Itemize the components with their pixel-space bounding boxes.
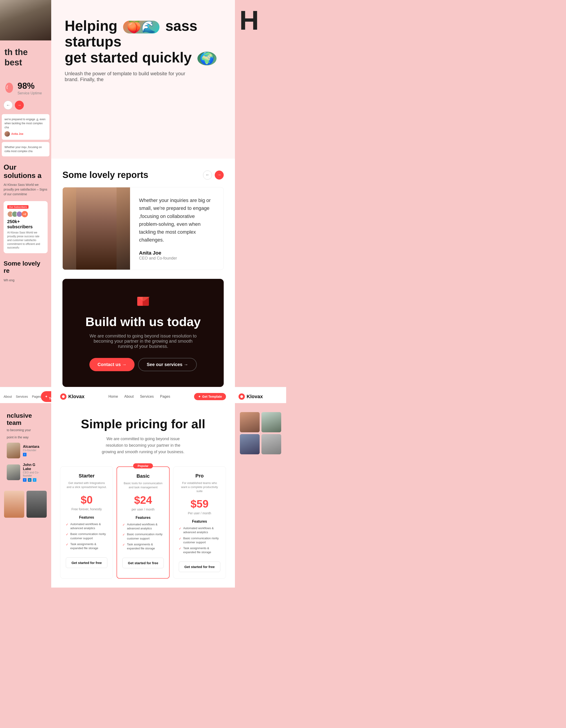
reports-prev-btn[interactable]: ← xyxy=(203,171,212,180)
pricing-card-starter: Starter Get started with Integrations an… xyxy=(60,466,113,579)
basic-feature-1: ✓ Automated workflows & advanced analyti… xyxy=(122,522,164,530)
team-subtext-1: to becoming your xyxy=(7,428,44,432)
team-heading: nclusive team xyxy=(7,412,44,426)
linkedin-icon[interactable]: in xyxy=(28,478,31,482)
team-photo-2 xyxy=(262,412,281,432)
member-info-2: John G Lake CEO and Co-founder f in t xyxy=(23,463,44,482)
check-icon: ✓ xyxy=(66,543,69,546)
avatar-more: +2 xyxy=(22,211,28,217)
reports-center-col: Some lovely reports ← → Whether your inq… xyxy=(51,159,235,387)
cta-buttons: Contact us → See our services → xyxy=(74,358,213,371)
basic-desc: Basic tools for communication and task m… xyxy=(122,481,164,489)
starter-feature-3: ✓ Task assignments & expanded file stora… xyxy=(66,542,107,550)
reports-right-partial: Some lovely re Wh eng xyxy=(4,260,48,283)
team-member-1: Alcantara Co-founder f xyxy=(7,443,44,458)
check-icon: ✓ xyxy=(66,533,69,536)
hero-emoji-pill-1: 🍑🌊 xyxy=(123,21,160,33)
starter-feature-1: ✓ Automated workflows & advanced analyti… xyxy=(66,522,107,530)
testimonial-card-left: we're prepared to engage ,g, even when t… xyxy=(2,114,49,140)
reports-right-col xyxy=(235,159,286,387)
uptime-stat: 98% Service Uptime xyxy=(4,81,48,95)
testimonial-report-card: Whether your inquiries are big or small,… xyxy=(62,187,224,270)
nav-left-links: About Services Pages xyxy=(4,395,41,398)
hero-left-image xyxy=(0,0,51,40)
check-icon: ✓ xyxy=(179,537,182,540)
nav-services-center-link[interactable]: Services xyxy=(140,395,154,399)
starter-cta-btn[interactable]: Get started for free xyxy=(66,557,107,568)
team-photo-4 xyxy=(262,434,281,454)
starter-period: Free forever, honestly xyxy=(66,507,107,511)
member-photo-2 xyxy=(7,464,20,480)
bottom-spacer xyxy=(0,588,566,597)
contact-us-btn[interactable]: Contact us → xyxy=(89,358,135,371)
team-member-2: John G Lake CEO and Co-founder f in t xyxy=(7,463,44,482)
get-template-center-btn[interactable]: ✦ Get Template xyxy=(194,393,226,400)
pro-price: $59 xyxy=(179,498,220,510)
hero-right-col: H xyxy=(235,0,286,159)
uptime-icon xyxy=(4,82,15,95)
check-icon: ✓ xyxy=(66,523,69,526)
person-photo-1 xyxy=(4,491,24,518)
reports-header: Some lovely reports ← → xyxy=(62,170,224,180)
navbar-center-links: Home About Services Pages xyxy=(109,395,170,399)
team-photos-right-col xyxy=(235,403,286,588)
team-subtext-2: point in the way xyxy=(7,435,44,439)
check-icon: ✓ xyxy=(122,533,125,536)
next-arrow-btn[interactable]: → xyxy=(15,101,24,110)
testimonial-card-right: Whether your inqu ,focusing on colla mos… xyxy=(2,142,49,156)
nav-pages-center-link[interactable]: Pages xyxy=(160,395,170,399)
pricing-cards-grid: Starter Get started with Integrations an… xyxy=(60,466,226,579)
nav-home-link[interactable]: Home xyxy=(109,395,118,399)
reports-next-btn[interactable]: → xyxy=(215,171,224,180)
solutions-left-col: Our solutions a At Klovax Sass World we … xyxy=(0,159,51,387)
see-services-btn[interactable]: See our services → xyxy=(138,358,197,371)
basic-feature-2: ✓ Basic communication riority customer s… xyxy=(122,532,164,540)
pricing-row: nclusive team to becoming your point in … xyxy=(0,403,566,588)
hero-row: th the best 98% Service Uptime ← xyxy=(0,0,566,159)
nav-about-link[interactable]: About xyxy=(4,395,12,398)
hero-emoji-pill-2: 🌍 xyxy=(198,52,217,65)
pro-name: Pro xyxy=(179,473,220,479)
reports-nav-arrows: ← → xyxy=(203,171,224,180)
pricing-center-col: Simple pricing for all We are committed … xyxy=(51,403,235,588)
pro-cta-btn[interactable]: Get started for free xyxy=(179,562,220,572)
nav-pages-link[interactable]: Pages xyxy=(32,395,41,398)
nav-about-center-link[interactable]: About xyxy=(124,395,134,399)
basic-name: Basic xyxy=(122,473,164,479)
pro-feature-1: ✓ Automated workflows & advanced analyti… xyxy=(179,526,220,534)
team-members-list: Alcantara Co-founder f John G Lake CEO a xyxy=(7,443,44,482)
navbar-logo: Klovax xyxy=(60,393,85,400)
starter-desc: Get started with Integrations and a slic… xyxy=(66,481,107,489)
prev-arrow-btn[interactable]: ← xyxy=(4,101,13,110)
testimonial-author-row: Anita Joe xyxy=(4,131,47,137)
popular-badge: Popular xyxy=(133,463,153,468)
svg-point-5 xyxy=(240,395,243,398)
pro-feature-3: ✓ Task assignments & expanded file stora… xyxy=(179,546,220,554)
basic-cta-btn[interactable]: Get started for free xyxy=(122,558,164,568)
pro-period: Per user / month xyxy=(179,511,220,515)
hero-center-col: Helping 🍑🌊 sass startups get started qui… xyxy=(51,0,235,159)
pricing-title: Simple pricing for all xyxy=(60,417,226,431)
member-1-social: f xyxy=(23,453,39,456)
reports-row: Our solutions a At Klovax Sass World we … xyxy=(0,159,566,387)
basic-feature-3: ✓ Task assignments & expanded file stora… xyxy=(122,542,164,550)
testimonial-content: Whether your inquiries are big or small,… xyxy=(130,187,224,270)
team-photo-3 xyxy=(240,434,260,454)
subscriber-card: Our Subscribers +2 250k+ subscribers At … xyxy=(4,201,48,253)
facebook-icon[interactable]: f xyxy=(23,453,27,456)
pro-feature-2: ✓ Basic communication riority customer s… xyxy=(179,536,220,544)
facebook-icon-2[interactable]: f xyxy=(23,478,27,482)
member-photo-1 xyxy=(7,443,20,458)
nav-services-link[interactable]: Services xyxy=(16,395,28,398)
bottom-person-photos xyxy=(3,491,48,518)
starter-feature-2: ✓ Basic communication riority customer s… xyxy=(66,532,107,540)
testimonial-left-previews: we're prepared to engage ,g, even when t… xyxy=(0,114,51,159)
svg-point-4 xyxy=(62,395,65,398)
basic-price: $24 xyxy=(122,494,164,506)
testimonial-photo xyxy=(63,187,130,270)
pricing-card-pro: Pro For established teams who want a com… xyxy=(173,466,226,579)
pro-desc: For established teams who want a complet… xyxy=(179,481,220,493)
twitter-icon[interactable]: t xyxy=(33,478,36,482)
basic-period: per user / month xyxy=(122,508,164,511)
navbar-row: About Services Pages ✦ Get Template Klov… xyxy=(0,387,566,403)
